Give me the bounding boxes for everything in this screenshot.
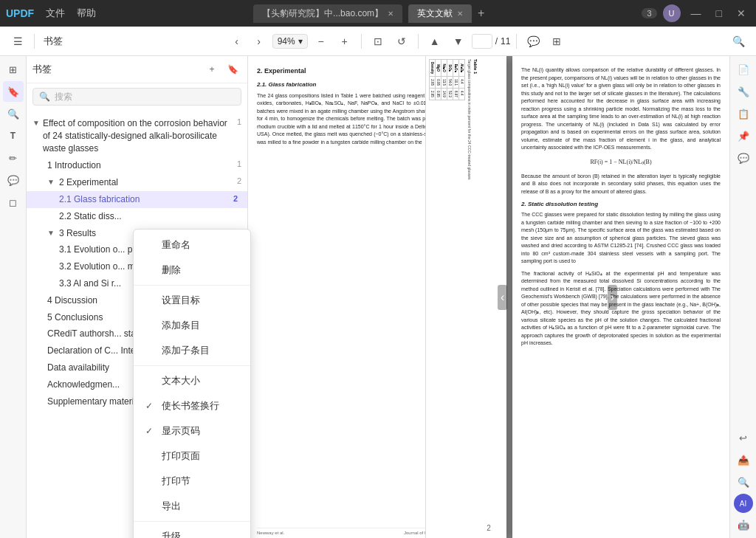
minimize-button[interactable]: — xyxy=(687,6,706,21)
context-show-page-num[interactable]: ✓ 显示页码 xyxy=(134,418,250,444)
zoom-out-button[interactable]: − xyxy=(311,31,331,52)
pdf-prev-arrow[interactable]: ‹ xyxy=(498,285,507,310)
context-print-page-label: 打印页面 xyxy=(162,449,200,463)
context-print-section-label: 打印节 xyxy=(162,475,190,488)
bookmark-icon-btn[interactable]: 🔖 xyxy=(224,61,241,78)
check-long-bookmark: ✓ xyxy=(145,401,156,411)
toc-item-static-diss[interactable]: 2.2 Static diss... xyxy=(27,208,247,225)
close-button[interactable]: ✕ xyxy=(732,6,750,21)
tab-doc1[interactable]: 【头豹研究院】中...bao.com】 ✕ xyxy=(253,4,402,23)
context-print-page[interactable]: 打印页面 xyxy=(134,444,250,469)
search-button[interactable]: 🔍 xyxy=(728,31,749,52)
strip-pen-icon[interactable]: ✏ xyxy=(3,148,24,168)
add-bookmark-button[interactable]: + xyxy=(203,61,221,78)
menu-file[interactable]: 文件 xyxy=(46,7,65,20)
toc-item-intro[interactable]: 1 Introduction 1 xyxy=(27,157,247,174)
strip-pages-icon[interactable]: ⊞ xyxy=(3,59,24,80)
zoom-selector[interactable]: 94% ▾ xyxy=(272,34,308,49)
view-options-button[interactable]: ⊞ xyxy=(546,31,567,52)
left-icon-strip: ⊞ 🔖 🔍 T ✏ 💬 ◻ xyxy=(0,56,27,538)
right-icon-comment[interactable]: 💬 xyxy=(733,148,754,168)
context-show-page-num-label: 显示页码 xyxy=(162,424,200,438)
pdf-subsection-2: 2. Static dissolution testing xyxy=(521,200,721,209)
sidebar-toggle-button[interactable]: ☰ xyxy=(7,31,28,52)
right-icon-export[interactable]: 📤 xyxy=(733,449,754,470)
tab-close-icon[interactable]: ✕ xyxy=(388,10,394,18)
rotate-button[interactable]: ↺ xyxy=(391,31,412,52)
context-font-size[interactable]: 文本大小 xyxy=(134,368,250,393)
sidebar-header: 书签 + 🔖 xyxy=(27,56,247,83)
toc-exp-toggle[interactable]: ▼ xyxy=(47,178,56,186)
sidebar-title: 书签 xyxy=(32,63,197,76)
check-show-page-num: ✓ xyxy=(145,426,156,436)
context-upgrade[interactable]: 升级 xyxy=(134,524,250,538)
right-icon-search[interactable]: 🔍 xyxy=(733,472,754,492)
context-print-section[interactable]: 打印节 xyxy=(134,469,250,494)
toc-intro-label: 1 Introduction xyxy=(47,159,234,172)
context-sep-2 xyxy=(134,365,250,366)
context-add-sub[interactable]: 添加子条目 xyxy=(134,338,250,363)
page-nav: ▲ ▼ 3 / 11 xyxy=(425,31,511,52)
context-rename[interactable]: 重命名 xyxy=(134,232,250,258)
maximize-button[interactable]: □ xyxy=(712,6,726,21)
next-page-btn2[interactable]: ▼ xyxy=(448,31,469,52)
context-sep-3 xyxy=(134,521,250,522)
strip-comment-icon[interactable]: 💬 xyxy=(3,170,24,190)
user-avatar[interactable]: U xyxy=(663,4,681,22)
tab-doc2[interactable]: 英文文献 ✕ xyxy=(408,4,472,23)
context-long-bookmark-label: 使长书签换行 xyxy=(162,399,219,413)
right-icon-pin[interactable]: 📌 xyxy=(733,125,754,146)
pdf-right-body-1: The NL(i) quantity allows comparison of … xyxy=(521,66,721,152)
next-page-button[interactable]: › xyxy=(249,31,269,52)
right-icon-clipboard[interactable]: 📋 xyxy=(733,103,754,124)
tab-doc2-label: 英文文献 xyxy=(417,7,453,20)
toc-exp-label: 2 Experimental xyxy=(59,176,234,189)
page-total: 11 xyxy=(501,36,510,46)
toc-item-glass-fab[interactable]: 2.1 Glass fabrication 2 xyxy=(27,191,247,208)
pdf-area: ‹ › 2. Experimental 2.1. Glass fabricati… xyxy=(248,56,729,538)
pdf-right-body-2: Because the amount of boron (B) retained… xyxy=(521,173,721,196)
zoom-dropdown-icon: ▾ xyxy=(298,36,303,46)
context-set-target[interactable]: 设置目标 xyxy=(134,288,250,313)
strip-shape-icon[interactable]: ◻ xyxy=(3,192,24,213)
toc-results-toggle[interactable]: ▼ xyxy=(47,229,56,237)
strip-search-icon[interactable]: 🔍 xyxy=(3,103,24,124)
toc-root-toggle[interactable]: ▼ xyxy=(32,119,40,127)
strip-text-icon[interactable]: T xyxy=(3,125,24,146)
bookmark-tab-label[interactable]: 书签 xyxy=(41,33,66,49)
search-input[interactable] xyxy=(55,92,235,102)
new-tab-button[interactable]: + xyxy=(478,7,484,20)
brand-logo: UPDF xyxy=(6,7,34,19)
zoom-in-button[interactable]: + xyxy=(334,31,355,52)
context-long-bookmark[interactable]: ✓ 使长书签换行 xyxy=(134,393,250,418)
context-add-sub-label: 添加子条目 xyxy=(162,344,210,357)
context-upgrade-label: 升级 xyxy=(162,530,181,538)
menu-help[interactable]: 帮助 xyxy=(77,7,96,20)
right-icon-pages[interactable]: 📄 xyxy=(733,59,754,80)
context-add-item[interactable]: 添加条目 xyxy=(134,313,250,338)
right-icon-tools[interactable]: 🔧 xyxy=(733,81,754,102)
context-export-label: 导出 xyxy=(162,500,181,513)
pdf-page-left: 2. Experimental 2.1. Glass fabrication T… xyxy=(248,56,506,538)
right-icon-undo[interactable]: ↩ xyxy=(733,427,754,448)
prev-page-btn2[interactable]: ▲ xyxy=(425,31,445,52)
toc-search-box: 🔍 xyxy=(32,88,241,106)
fit-page-button[interactable]: ⊡ xyxy=(368,31,388,52)
context-export[interactable]: 导出 xyxy=(134,494,250,519)
right-icon-ai[interactable]: AI xyxy=(734,494,753,513)
toc-exp-page: 2 xyxy=(237,176,241,185)
toolbar-sep-2 xyxy=(361,34,362,49)
pdf-next-arrow[interactable]: › xyxy=(608,285,617,310)
right-icon-bot[interactable]: 🤖 xyxy=(733,514,754,535)
prev-page-button[interactable]: ‹ xyxy=(227,31,247,52)
tab-close-icon2[interactable]: ✕ xyxy=(457,10,463,18)
context-delete[interactable]: 删除 xyxy=(134,258,250,283)
strip-bookmarks-icon[interactable]: 🔖 xyxy=(3,81,24,102)
zoom-value: 94% xyxy=(278,36,295,46)
context-sep-1 xyxy=(134,285,250,286)
toc-root-page: 1 xyxy=(237,117,241,126)
page-number-input[interactable]: 3 xyxy=(472,34,492,49)
comment-button[interactable]: 💬 xyxy=(523,31,543,52)
toc-item-exp[interactable]: ▼ 2 Experimental 2 xyxy=(27,174,247,191)
toc-root-item[interactable]: ▼ Effect of composition on the corrosion… xyxy=(27,113,247,157)
